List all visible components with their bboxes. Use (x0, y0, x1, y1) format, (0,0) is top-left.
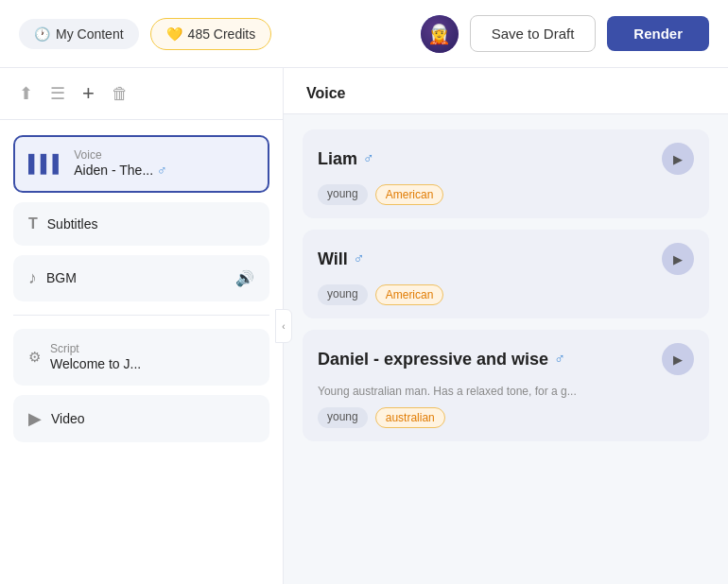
heart-icon: 💛 (166, 26, 182, 42)
video-icon: ▶ (28, 408, 42, 429)
add-icon[interactable]: + (82, 81, 95, 106)
will-play-button[interactable]: ▶ (662, 243, 694, 275)
layer-bgm[interactable]: ♪ BGM 🔊 (13, 255, 269, 301)
layer-video-name: Video (51, 410, 85, 427)
credits-button[interactable]: 💛 485 Credits (150, 18, 272, 50)
layer-subtitles-name: Subtitles (47, 215, 98, 232)
credits-label: 485 Credits (188, 26, 256, 42)
render-label: Render (633, 26, 683, 42)
save-draft-label: Save to Draft (492, 26, 575, 42)
voice-card-daniel-top: Daniel - expressive and wise ♂ ▶ (318, 343, 694, 375)
voice-daniel-name: Daniel - expressive and wise ♂ (318, 350, 565, 369)
subtitles-icon: T (28, 215, 38, 232)
right-panel: Voice Liam ♂ ▶ young American (284, 68, 728, 584)
voice-card-will[interactable]: Will ♂ ▶ young American (303, 230, 709, 318)
voice-card-will-top: Will ♂ ▶ (318, 243, 694, 275)
script-icon: ⚙ (28, 349, 41, 366)
layer-bgm-text: BGM (46, 269, 77, 286)
voice-card-liam[interactable]: Liam ♂ ▶ young American (303, 129, 709, 218)
layer-script-label: Script (50, 342, 141, 355)
volume-icon[interactable]: 🔊 (235, 269, 254, 287)
upload-icon[interactable]: ⬆ (19, 83, 33, 104)
music-icon: ♪ (28, 268, 37, 288)
render-button[interactable]: Render (607, 16, 709, 51)
daniel-tags: young australian (318, 407, 694, 428)
voice-will-name: Will ♂ (318, 249, 365, 269)
topbar: 🕐 My Content 💛 485 Credits 🧝 Save to Dra… (0, 0, 728, 68)
daniel-tag-australian: australian (375, 407, 445, 428)
layer-video-text: Video (51, 410, 85, 427)
waveform-icon: ▌▌▌ (28, 154, 64, 174)
save-draft-button[interactable]: Save to Draft (470, 15, 597, 52)
layers-list: ▌▌▌ Voice Aiden - The... ♂ T Subtitles ♪… (0, 120, 283, 584)
liam-play-button[interactable]: ▶ (662, 143, 694, 175)
divider (13, 315, 269, 316)
layer-script[interactable]: ⚙ Script Welcome to J... (13, 329, 269, 386)
layer-voice-name: Aiden - The... ♂ (74, 162, 166, 179)
avatar[interactable]: 🧝 (421, 15, 459, 53)
liam-tag-american: American (375, 184, 444, 205)
layer-subtitles[interactable]: T Subtitles (13, 202, 269, 246)
liam-tags: young American (318, 184, 694, 205)
my-content-button[interactable]: 🕐 My Content (19, 19, 139, 49)
layer-script-text: Script Welcome to J... (50, 342, 141, 373)
my-content-label: My Content (56, 26, 124, 42)
align-icon[interactable]: ☰ (50, 83, 65, 104)
voice-liam-name: Liam ♂ (318, 149, 374, 169)
daniel-gender-icon: ♂ (554, 351, 565, 368)
will-tags: young American (318, 284, 694, 305)
toolbar: ⬆ ☰ + 🗑 (0, 68, 283, 120)
will-tag-american: American (375, 284, 444, 305)
will-gender-icon: ♂ (354, 250, 365, 267)
layer-video[interactable]: ▶ Video (13, 395, 269, 442)
layer-script-name: Welcome to J... (50, 355, 141, 372)
daniel-description: Young australian man. Has a relaxed tone… (318, 385, 694, 398)
left-panel: ⬆ ☰ + 🗑 ▌▌▌ Voice Aiden - The... ♂ T Sub… (0, 68, 284, 584)
collapse-panel-button[interactable]: ‹ (275, 309, 292, 343)
delete-icon[interactable]: 🗑 (112, 84, 129, 104)
daniel-play-button[interactable]: ▶ (662, 343, 694, 375)
liam-gender-icon: ♂ (363, 150, 374, 167)
voice-card-liam-top: Liam ♂ ▶ (318, 143, 694, 175)
liam-tag-young: young (318, 184, 368, 205)
avatar-image: 🧝 (421, 15, 459, 53)
daniel-tag-young: young (318, 407, 368, 428)
layer-voice-text: Voice Aiden - The... ♂ (74, 148, 166, 180)
will-tag-young: young (318, 284, 368, 305)
voices-list: Liam ♂ ▶ young American Will ♂ ▶ (284, 114, 728, 456)
layer-voice[interactable]: ▌▌▌ Voice Aiden - The... ♂ (13, 135, 269, 193)
layer-bgm-name: BGM (46, 269, 77, 286)
right-panel-header: Voice (284, 68, 728, 114)
voice-card-daniel[interactable]: Daniel - expressive and wise ♂ ▶ Young a… (303, 330, 709, 441)
main-layout: ⬆ ☰ + 🗑 ▌▌▌ Voice Aiden - The... ♂ T Sub… (0, 68, 728, 584)
layer-subtitles-text: Subtitles (47, 215, 98, 232)
layer-voice-label: Voice (74, 148, 166, 162)
clock-icon: 🕐 (34, 26, 50, 42)
right-panel-title: Voice (306, 85, 346, 101)
